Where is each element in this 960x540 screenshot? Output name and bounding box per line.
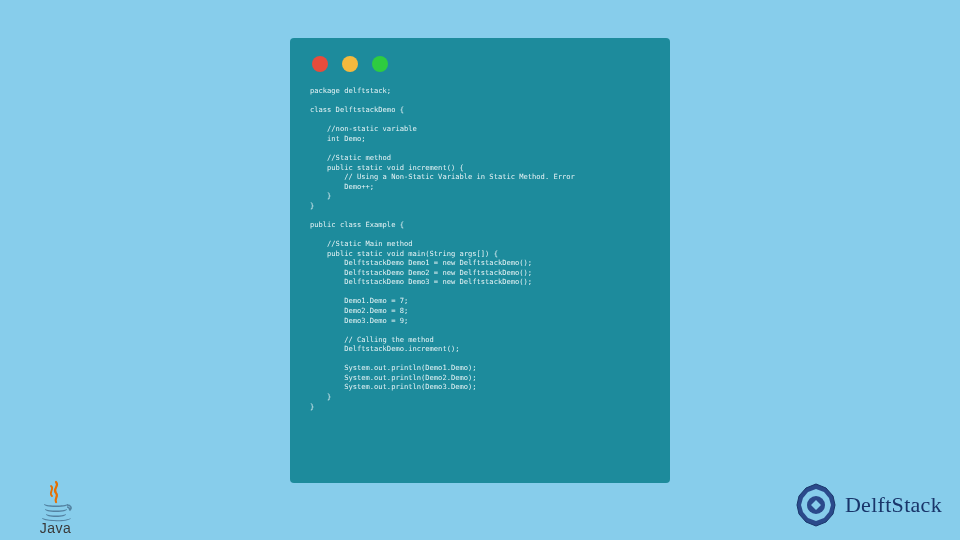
maximize-icon[interactable] (372, 56, 388, 72)
delftstack-badge-icon (793, 482, 839, 528)
delftstack-label: DelftStack (845, 492, 942, 518)
java-logo: Java (28, 480, 83, 536)
close-icon[interactable] (312, 56, 328, 72)
code-block: package delftstack; class DelftstackDemo… (310, 86, 650, 411)
delftstack-logo: DelftStack (793, 482, 942, 528)
java-cup-icon (36, 480, 76, 522)
java-label: Java (28, 520, 83, 536)
code-window: package delftstack; class DelftstackDemo… (290, 38, 670, 483)
window-controls (312, 56, 650, 72)
minimize-icon[interactable] (342, 56, 358, 72)
